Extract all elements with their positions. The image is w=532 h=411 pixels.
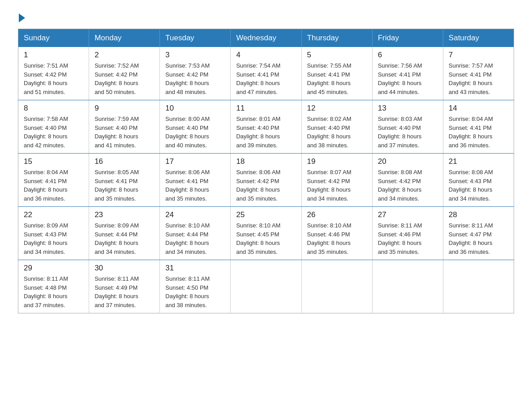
calendar-cell: 24Sunrise: 8:10 AMSunset: 4:44 PMDayligh… (160, 207, 231, 260)
calendar-cell: 9Sunrise: 7:59 AMSunset: 4:40 PMDaylight… (89, 100, 160, 154)
header-wednesday: Wednesday (231, 29, 301, 47)
day-info: Sunrise: 8:10 AMSunset: 4:44 PMDaylight:… (165, 221, 225, 256)
day-info: Sunrise: 8:03 AMSunset: 4:40 PMDaylight:… (378, 115, 438, 150)
day-number: 14 (449, 104, 508, 113)
day-number: 9 (94, 104, 154, 113)
day-info: Sunrise: 8:08 AMSunset: 4:43 PMDaylight:… (449, 168, 508, 203)
day-number: 23 (94, 210, 154, 219)
day-info: Sunrise: 8:11 AMSunset: 4:47 PMDaylight:… (449, 221, 508, 256)
day-info: Sunrise: 7:59 AMSunset: 4:40 PMDaylight:… (94, 115, 154, 150)
day-number: 16 (94, 157, 154, 166)
day-info: Sunrise: 7:56 AMSunset: 4:41 PMDaylight:… (378, 61, 438, 96)
calendar-cell: 18Sunrise: 8:06 AMSunset: 4:42 PMDayligh… (231, 154, 301, 207)
day-info: Sunrise: 7:57 AMSunset: 4:41 PMDaylight:… (449, 61, 508, 96)
day-info: Sunrise: 8:05 AMSunset: 4:41 PMDaylight:… (94, 168, 154, 203)
day-info: Sunrise: 7:53 AMSunset: 4:42 PMDaylight:… (165, 61, 225, 96)
day-info: Sunrise: 8:04 AMSunset: 4:41 PMDaylight:… (449, 115, 508, 150)
calendar-cell: 19Sunrise: 8:07 AMSunset: 4:42 PMDayligh… (301, 154, 372, 207)
calendar-cell (231, 260, 301, 313)
calendar-cell (372, 260, 443, 313)
day-info: Sunrise: 7:55 AMSunset: 4:41 PMDaylight:… (307, 61, 367, 96)
calendar-week-row: 1Sunrise: 7:51 AMSunset: 4:42 PMDaylight… (18, 47, 514, 100)
calendar-cell: 17Sunrise: 8:06 AMSunset: 4:41 PMDayligh… (160, 154, 231, 207)
calendar-cell: 21Sunrise: 8:08 AMSunset: 4:43 PMDayligh… (443, 154, 514, 207)
header-sunday: Sunday (18, 29, 89, 47)
calendar-cell: 26Sunrise: 8:10 AMSunset: 4:46 PMDayligh… (301, 207, 372, 260)
header-saturday: Saturday (443, 29, 514, 47)
calendar-cell: 25Sunrise: 8:10 AMSunset: 4:45 PMDayligh… (231, 207, 301, 260)
day-number: 25 (236, 210, 296, 219)
header-friday: Friday (372, 29, 443, 47)
calendar-cell: 31Sunrise: 8:11 AMSunset: 4:50 PMDayligh… (160, 260, 231, 313)
page-header (18, 13, 514, 20)
day-info: Sunrise: 8:10 AMSunset: 4:45 PMDaylight:… (236, 221, 296, 256)
day-info: Sunrise: 8:07 AMSunset: 4:42 PMDaylight:… (307, 168, 367, 203)
calendar-week-row: 29Sunrise: 8:11 AMSunset: 4:48 PMDayligh… (18, 260, 514, 313)
day-number: 21 (449, 157, 508, 166)
day-info: Sunrise: 8:11 AMSunset: 4:48 PMDaylight:… (24, 274, 83, 309)
day-info: Sunrise: 7:52 AMSunset: 4:42 PMDaylight:… (94, 61, 154, 96)
day-info: Sunrise: 7:51 AMSunset: 4:42 PMDaylight:… (24, 61, 83, 96)
day-number: 11 (236, 104, 296, 113)
header-monday: Monday (89, 29, 160, 47)
day-number: 12 (307, 104, 367, 113)
day-info: Sunrise: 8:06 AMSunset: 4:41 PMDaylight:… (165, 168, 225, 203)
day-number: 2 (94, 51, 154, 60)
day-info: Sunrise: 8:06 AMSunset: 4:42 PMDaylight:… (236, 168, 296, 203)
header-thursday: Thursday (301, 29, 372, 47)
calendar-cell (301, 260, 372, 313)
day-number: 30 (94, 264, 154, 273)
calendar-week-row: 8Sunrise: 7:58 AMSunset: 4:40 PMDaylight… (18, 100, 514, 154)
calendar-cell: 27Sunrise: 8:11 AMSunset: 4:46 PMDayligh… (372, 207, 443, 260)
day-info: Sunrise: 8:08 AMSunset: 4:42 PMDaylight:… (378, 168, 438, 203)
calendar-cell: 12Sunrise: 8:02 AMSunset: 4:40 PMDayligh… (301, 100, 372, 154)
day-number: 13 (378, 104, 438, 113)
calendar-cell: 11Sunrise: 8:01 AMSunset: 4:40 PMDayligh… (231, 100, 301, 154)
day-info: Sunrise: 7:54 AMSunset: 4:41 PMDaylight:… (236, 61, 296, 96)
weekday-header-row: Sunday Monday Tuesday Wednesday Thursday… (18, 29, 514, 47)
day-info: Sunrise: 8:10 AMSunset: 4:46 PMDaylight:… (307, 221, 367, 256)
logo-arrow-icon (19, 13, 25, 22)
calendar-cell: 28Sunrise: 8:11 AMSunset: 4:47 PMDayligh… (443, 207, 514, 260)
calendar-cell: 8Sunrise: 7:58 AMSunset: 4:40 PMDaylight… (18, 100, 89, 154)
day-number: 24 (165, 210, 225, 219)
calendar-cell: 30Sunrise: 8:11 AMSunset: 4:49 PMDayligh… (89, 260, 160, 313)
day-number: 29 (24, 264, 83, 273)
day-number: 17 (165, 157, 225, 166)
day-number: 26 (307, 210, 367, 219)
header-tuesday: Tuesday (160, 29, 231, 47)
day-number: 5 (307, 51, 367, 60)
day-info: Sunrise: 8:11 AMSunset: 4:50 PMDaylight:… (165, 274, 225, 309)
calendar-cell: 14Sunrise: 8:04 AMSunset: 4:41 PMDayligh… (443, 100, 514, 154)
day-number: 8 (24, 104, 83, 113)
calendar-cell: 13Sunrise: 8:03 AMSunset: 4:40 PMDayligh… (372, 100, 443, 154)
day-info: Sunrise: 8:02 AMSunset: 4:40 PMDaylight:… (307, 115, 367, 150)
calendar-week-row: 15Sunrise: 8:04 AMSunset: 4:41 PMDayligh… (18, 154, 514, 207)
day-info: Sunrise: 8:09 AMSunset: 4:43 PMDaylight:… (24, 221, 83, 256)
day-number: 1 (24, 51, 83, 60)
day-number: 19 (307, 157, 367, 166)
day-info: Sunrise: 8:01 AMSunset: 4:40 PMDaylight:… (236, 115, 296, 150)
calendar-cell: 5Sunrise: 7:55 AMSunset: 4:41 PMDaylight… (301, 47, 372, 100)
day-info: Sunrise: 8:11 AMSunset: 4:46 PMDaylight:… (378, 221, 438, 256)
calendar-table: Sunday Monday Tuesday Wednesday Thursday… (18, 29, 514, 313)
day-info: Sunrise: 8:04 AMSunset: 4:41 PMDaylight:… (24, 168, 83, 203)
day-number: 18 (236, 157, 296, 166)
day-number: 28 (449, 210, 508, 219)
day-number: 6 (378, 51, 438, 60)
calendar-week-row: 22Sunrise: 8:09 AMSunset: 4:43 PMDayligh… (18, 207, 514, 260)
calendar-cell: 10Sunrise: 8:00 AMSunset: 4:40 PMDayligh… (160, 100, 231, 154)
calendar-cell: 29Sunrise: 8:11 AMSunset: 4:48 PMDayligh… (18, 260, 89, 313)
day-number: 10 (165, 104, 225, 113)
calendar-cell: 3Sunrise: 7:53 AMSunset: 4:42 PMDaylight… (160, 47, 231, 100)
calendar-cell: 4Sunrise: 7:54 AMSunset: 4:41 PMDaylight… (231, 47, 301, 100)
day-number: 20 (378, 157, 438, 166)
calendar-cell: 15Sunrise: 8:04 AMSunset: 4:41 PMDayligh… (18, 154, 89, 207)
day-number: 31 (165, 264, 225, 273)
calendar-cell: 16Sunrise: 8:05 AMSunset: 4:41 PMDayligh… (89, 154, 160, 207)
calendar-cell: 7Sunrise: 7:57 AMSunset: 4:41 PMDaylight… (443, 47, 514, 100)
calendar-cell: 6Sunrise: 7:56 AMSunset: 4:41 PMDaylight… (372, 47, 443, 100)
day-number: 4 (236, 51, 296, 60)
day-info: Sunrise: 7:58 AMSunset: 4:40 PMDaylight:… (24, 115, 83, 150)
calendar-cell: 23Sunrise: 8:09 AMSunset: 4:44 PMDayligh… (89, 207, 160, 260)
